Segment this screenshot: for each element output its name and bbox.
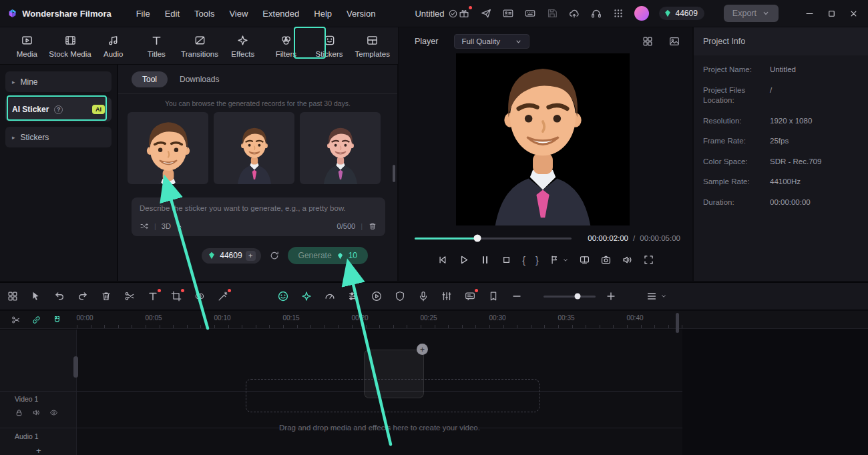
project-title[interactable]: Untitled	[415, 9, 458, 19]
sidebar-item-mine[interactable]: ▸ Mine	[5, 71, 112, 92]
sidebar-item-ai-sticker[interactable]: AI Sticker ? AI	[5, 97, 112, 121]
timeline-scrollbar[interactable]	[676, 313, 679, 333]
coin-balance-badge[interactable]: 44609	[659, 7, 704, 20]
add-marker-icon[interactable]	[487, 290, 499, 302]
auto-caption-icon[interactable]	[464, 290, 476, 302]
tab-transitions[interactable]: Transitions	[178, 30, 222, 62]
menu-tools[interactable]: Tools	[187, 5, 222, 22]
split-scissors-icon[interactable]	[124, 290, 136, 302]
timeline-tracks[interactable]: Video 1 Audio 1 + + Drag and drop media …	[0, 330, 682, 455]
mark-out-button[interactable]: }	[535, 256, 539, 265]
redo-icon[interactable]	[77, 290, 89, 302]
motion-track-icon[interactable]	[371, 290, 383, 302]
sticker-thumbnail-2[interactable]	[214, 112, 294, 184]
zoom-handle[interactable]	[574, 294, 580, 300]
timeline-ruler[interactable]: 00:00 00:05 00:10 00:15 00:20 00:25 00:3…	[0, 311, 868, 329]
seek-handle[interactable]	[474, 235, 481, 242]
record-voiceover-icon[interactable]	[417, 290, 429, 302]
ai-effect-tool-icon[interactable]	[300, 290, 312, 302]
tab-audio[interactable]: Audio	[91, 30, 135, 62]
tab-filters[interactable]: Filters	[264, 30, 308, 62]
tab-stickers[interactable]: Stickers	[308, 30, 351, 62]
shortcut-keyboard-icon[interactable]	[524, 7, 536, 19]
layout-grid-icon[interactable]	[642, 35, 654, 47]
close-button[interactable]	[849, 9, 859, 19]
trash-icon[interactable]	[368, 221, 377, 231]
track-header-scrollbar[interactable]	[73, 356, 78, 378]
split-mode-icon[interactable]	[11, 315, 21, 325]
zoom-in-icon[interactable]	[605, 290, 617, 302]
menu-version[interactable]: Version	[339, 5, 383, 22]
lock-track-icon[interactable]	[15, 408, 23, 417]
mask-icon[interactable]	[394, 290, 406, 302]
prompt-input[interactable]: Describe the sticker you want to generat…	[132, 197, 385, 236]
add-track-button[interactable]: +	[36, 446, 41, 455]
refresh-icon[interactable]	[269, 250, 280, 261]
sticker-thumbnail-1[interactable]	[128, 112, 208, 184]
audio-mixer-icon[interactable]	[441, 290, 453, 302]
zoom-out-icon[interactable]	[511, 290, 523, 302]
gift-icon[interactable]	[458, 7, 470, 19]
quality-dropdown[interactable]: Full Quality	[454, 34, 529, 49]
speed-ramping-icon[interactable]	[324, 290, 336, 302]
undo-icon[interactable]	[53, 290, 65, 302]
media-browser-icon[interactable]	[7, 290, 19, 302]
sticker-thumbnail-3[interactable]	[300, 112, 381, 184]
ruler-ticks[interactable]: 00:00 00:05 00:10 00:15 00:20 00:25 00:3…	[77, 311, 682, 328]
maximize-button[interactable]	[827, 9, 837, 19]
background-image-icon[interactable]	[668, 35, 680, 47]
add-text-icon[interactable]	[147, 290, 159, 302]
generate-button[interactable]: Generate 10	[288, 247, 368, 264]
mute-track-icon[interactable]	[32, 408, 41, 417]
stop-button[interactable]	[501, 254, 512, 266]
menu-help[interactable]: Help	[306, 5, 339, 22]
media-dropzone[interactable]	[246, 379, 539, 412]
dual-screen-button[interactable]	[579, 254, 590, 266]
cloud-upload-icon[interactable]	[568, 7, 580, 19]
export-button[interactable]: Export	[724, 5, 779, 22]
tab-templates[interactable]: Templates	[351, 30, 394, 62]
blend-icon[interactable]	[194, 290, 206, 302]
delete-icon[interactable]	[100, 290, 112, 302]
sidebar-item-stickers[interactable]: ▸ Stickers	[5, 127, 112, 147]
crop-icon[interactable]	[170, 290, 182, 302]
hide-track-eye-icon[interactable]	[49, 408, 58, 417]
style-dropdown[interactable]: 3D	[162, 222, 171, 230]
coin-balance-pill[interactable]: 44609 +	[202, 248, 260, 264]
menu-extended[interactable]: Extended	[255, 5, 306, 22]
share-icon[interactable]	[480, 7, 492, 19]
tab-media[interactable]: Media	[5, 30, 49, 62]
menu-file[interactable]: File	[129, 5, 158, 22]
auto-ripple-magnet-icon[interactable]	[52, 315, 62, 325]
magic-wand-icon[interactable]	[217, 290, 229, 302]
pause-button[interactable]	[479, 254, 491, 266]
tab-downloads[interactable]: Downloads	[180, 75, 219, 84]
fullscreen-button[interactable]	[643, 254, 654, 266]
marker-menu-button[interactable]	[549, 254, 569, 266]
timeline-zoom-slider[interactable]	[544, 296, 596, 298]
menu-view[interactable]: View	[222, 5, 255, 22]
seek-slider[interactable]	[415, 238, 572, 240]
mark-in-button[interactable]: {	[522, 256, 525, 265]
panel-scrollbar[interactable]	[393, 165, 395, 182]
ai-sticker-tool-icon[interactable]	[277, 290, 289, 302]
select-cursor-icon[interactable]	[30, 290, 42, 302]
play-button[interactable]	[458, 254, 469, 266]
shuffle-icon[interactable]	[140, 221, 149, 231]
tab-titles[interactable]: Titles	[135, 30, 178, 62]
previous-frame-button[interactable]	[437, 254, 448, 266]
color-adjust-icon[interactable]	[347, 290, 359, 302]
volume-button[interactable]	[622, 254, 633, 266]
help-icon[interactable]: ?	[54, 105, 63, 114]
snapshot-camera-button[interactable]	[600, 254, 612, 266]
chevron-up-icon[interactable]	[176, 223, 183, 230]
tab-effects[interactable]: Effects	[221, 30, 264, 62]
tab-stock-media[interactable]: Stock Media	[49, 30, 92, 62]
tab-tool[interactable]: Tool	[132, 71, 168, 87]
contact-card-icon[interactable]	[502, 7, 514, 19]
link-clips-icon[interactable]	[31, 315, 41, 325]
save-icon[interactable]	[546, 7, 558, 19]
user-avatar[interactable]	[634, 6, 649, 21]
apps-grid-icon[interactable]	[612, 7, 624, 19]
minimize-button[interactable]	[805, 9, 815, 19]
